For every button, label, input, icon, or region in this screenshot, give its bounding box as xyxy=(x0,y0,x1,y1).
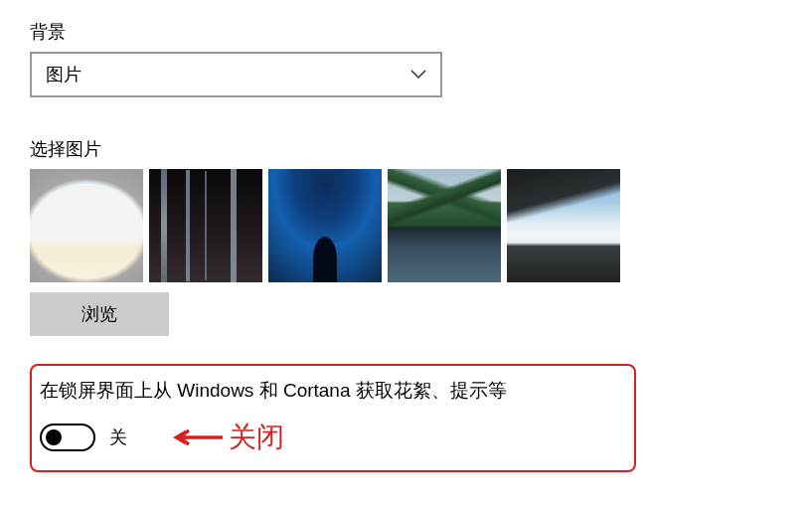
thumbnail-ice-cave-blue[interactable] xyxy=(268,169,382,282)
toggle-state-label: 关 xyxy=(109,426,127,449)
annotation-highlight-box: 在锁屏界面上从 Windows 和 Cortana 获取花絮、提示等 关 关闭 xyxy=(30,364,636,472)
picture-thumbnails xyxy=(30,169,782,282)
browse-button[interactable]: 浏览 xyxy=(30,292,169,336)
thumbnail-waterfall-rocks[interactable] xyxy=(149,169,262,282)
lockscreen-tips-description: 在锁屏界面上从 Windows 和 Cortana 获取花絮、提示等 xyxy=(40,378,624,405)
annotation-callout: 关闭 xyxy=(171,419,284,456)
lockscreen-tips-toggle[interactable] xyxy=(40,424,95,451)
background-dropdown-value: 图片 xyxy=(46,63,81,86)
choose-picture-label: 选择图片 xyxy=(30,137,782,161)
annotation-text: 关闭 xyxy=(229,419,284,456)
thumbnail-mountain-lake[interactable] xyxy=(388,169,501,282)
thumbnail-hillside-clouds[interactable] xyxy=(507,169,620,282)
background-section-label: 背景 xyxy=(30,20,782,44)
arrow-left-icon xyxy=(171,428,223,446)
toggle-knob xyxy=(46,429,62,445)
lockscreen-tips-toggle-row: 关 关闭 xyxy=(40,419,624,456)
chevron-down-icon xyxy=(410,70,426,80)
thumbnail-cave-beach[interactable] xyxy=(30,169,143,282)
background-dropdown[interactable]: 图片 xyxy=(30,52,442,97)
